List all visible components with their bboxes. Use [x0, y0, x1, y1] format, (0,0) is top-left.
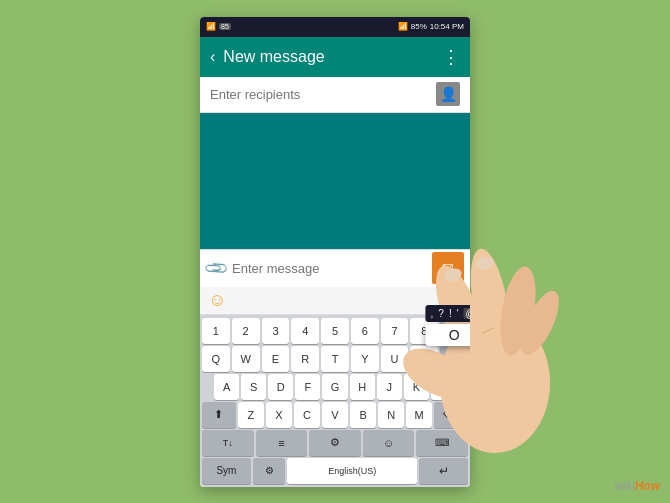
qwerty-row: Q W E R T Y U I , ? ! ' @ O: [200, 346, 470, 374]
key-r[interactable]: R: [291, 346, 319, 372]
send-icon: ✉: [442, 260, 454, 276]
keyboard: 1 2 3 4 5 6 7 8 9 Q W E R T Y U I ,: [200, 315, 470, 487]
key-5[interactable]: 5: [321, 318, 349, 344]
contact-picker-button[interactable]: 👤: [436, 82, 460, 106]
key-t[interactable]: T: [321, 346, 349, 372]
recipients-input[interactable]: [210, 87, 436, 102]
svg-point-2: [464, 246, 517, 360]
clipboard-key[interactable]: ≡: [256, 430, 308, 456]
svg-point-7: [475, 256, 495, 271]
key-i[interactable]: I: [410, 346, 438, 372]
svg-point-4: [513, 286, 566, 360]
signal-icon: 📶: [206, 22, 216, 31]
status-bar: 📶 85 📶 85% 10:54 PM: [200, 17, 470, 37]
emoji-key[interactable]: ☺: [363, 430, 415, 456]
phone-screen: 📶 85 📶 85% 10:54 PM ‹ New message ⋮ 👤 📎 …: [200, 17, 470, 487]
page-title: New message: [223, 48, 442, 66]
back-button[interactable]: ‹: [210, 48, 215, 66]
wiki-text: wiki: [615, 479, 635, 493]
key-m[interactable]: M: [406, 402, 432, 428]
key-d[interactable]: D: [268, 374, 293, 400]
key-s[interactable]: S: [241, 374, 266, 400]
message-input-bar: 📎 ✉: [200, 249, 470, 287]
enter-key[interactable]: ↵: [419, 458, 468, 484]
key-w[interactable]: W: [232, 346, 260, 372]
svg-point-3: [494, 264, 541, 358]
space-key[interactable]: English(US): [287, 458, 417, 484]
more-options-button[interactable]: ⋮: [442, 46, 460, 68]
key-z[interactable]: Z: [238, 402, 264, 428]
sym-key[interactable]: Sym: [202, 458, 251, 484]
key-v[interactable]: V: [322, 402, 348, 428]
keyboard-layout-key[interactable]: ⌨: [416, 430, 468, 456]
key-j[interactable]: J: [377, 374, 402, 400]
key-2[interactable]: 2: [232, 318, 260, 344]
wifi-icon: 📶: [398, 22, 408, 31]
emoji-button[interactable]: ☺: [208, 290, 226, 311]
settings-row: T↓ ≡ ⚙ ☺ ⌨: [200, 430, 470, 458]
time-display: 10:54 PM: [430, 22, 464, 31]
message-input[interactable]: [232, 261, 432, 276]
key-o[interactable]: , ? ! ' @ O O: [440, 346, 468, 372]
key-x[interactable]: X: [266, 402, 292, 428]
key-6[interactable]: 6: [351, 318, 379, 344]
key-c[interactable]: C: [294, 402, 320, 428]
key-n[interactable]: N: [378, 402, 404, 428]
bottom-row: Sym ⚙ English(US) ↵: [200, 458, 470, 487]
shift-key[interactable]: ⬆: [202, 402, 236, 428]
zxcv-row: ⬆ Z X C V B N M ⌫: [200, 402, 470, 430]
text-format-key[interactable]: T↓: [202, 430, 254, 456]
recipients-bar: 👤: [200, 77, 470, 113]
battery-text: 85%: [411, 22, 427, 31]
key-u[interactable]: U: [381, 346, 409, 372]
status-bar-right: 📶 85% 10:54 PM: [398, 22, 464, 31]
key-7[interactable]: 7: [381, 318, 409, 344]
settings-small-key[interactable]: ⚙: [253, 458, 286, 484]
app-bar: ‹ New message ⋮: [200, 37, 470, 77]
key-e[interactable]: E: [262, 346, 290, 372]
send-button[interactable]: ✉: [432, 252, 464, 284]
status-bar-left: 📶 85: [206, 22, 231, 31]
key-h[interactable]: H: [350, 374, 375, 400]
key-g[interactable]: G: [322, 374, 347, 400]
key-y[interactable]: Y: [351, 346, 379, 372]
key-b[interactable]: B: [350, 402, 376, 428]
key-l[interactable]: L: [431, 374, 456, 400]
attach-icon[interactable]: 📎: [202, 254, 230, 282]
asdf-row: A S D F G H J K L: [200, 374, 470, 402]
key-f[interactable]: F: [295, 374, 320, 400]
key-q[interactable]: Q: [202, 346, 230, 372]
network-badge: 85: [219, 23, 231, 30]
key-3[interactable]: 3: [262, 318, 290, 344]
svg-line-9: [483, 328, 493, 333]
how-text: How: [635, 479, 660, 493]
settings-key[interactable]: ⚙: [309, 430, 361, 456]
contact-icon: 👤: [440, 86, 457, 102]
key-k[interactable]: K: [404, 374, 429, 400]
key-4[interactable]: 4: [291, 318, 319, 344]
key-a[interactable]: A: [214, 374, 239, 400]
backspace-key[interactable]: ⌫: [434, 402, 468, 428]
wikihow-brand: wikiHow: [615, 479, 660, 493]
compose-area: [200, 113, 470, 249]
key-1[interactable]: 1: [202, 318, 230, 344]
symbol-popup: , ? ! ' @ O: [426, 305, 470, 346]
